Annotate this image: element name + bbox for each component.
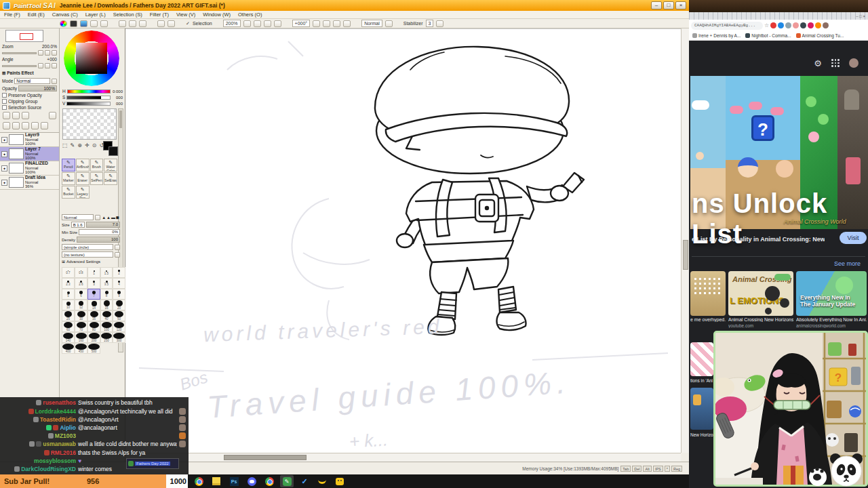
nav-angle-slider[interactable] — [2, 65, 37, 67]
rect-select-icon[interactable]: ⬚ — [62, 142, 68, 148]
zoom-in-button[interactable] — [254, 20, 261, 27]
brush-mode-menu[interactable] — [95, 215, 100, 220]
tool-button[interactable]: ✎ Pencil — [62, 159, 75, 171]
menu-item[interactable]: View (V) — [176, 12, 195, 18]
texture-toggle-icon[interactable] — [100, 20, 108, 27]
brush-texture-menu[interactable] — [115, 252, 120, 258]
tool-button[interactable]: ✎ AirBrush — [76, 159, 90, 171]
paints-effect-header[interactable]: ⊞ Paints Effect — [0, 69, 59, 77]
flip-button[interactable] — [333, 20, 340, 27]
brush-size-cell[interactable]: 160 — [75, 332, 87, 343]
bookmark-star-icon[interactable]: ☆ — [764, 22, 769, 28]
brush-size-cell[interactable]: 6 — [75, 289, 87, 300]
zoom-tool-icon[interactable]: ⊙ — [92, 142, 97, 148]
profile-avatar[interactable] — [823, 22, 829, 28]
paint-mode-select[interactable]: Normal — [361, 20, 382, 27]
layer-visibility-toggle[interactable]: ✦ — [1, 137, 7, 143]
brush-edge-shapes[interactable]: ▲▲▬◼ — [102, 215, 120, 220]
hue-slider[interactable] — [67, 89, 111, 94]
stabilizer-menu-button[interactable] — [436, 20, 443, 27]
brush-size-cell[interactable]: 300 — [113, 332, 125, 343]
brush-size-cell[interactable]: 0.7 — [62, 267, 75, 278]
brush-size-cell[interactable]: 2 — [113, 267, 125, 278]
menu-item[interactable]: Edit (E) — [28, 12, 45, 18]
status-chip[interactable]: * — [665, 466, 670, 472]
option-checkbox[interactable] — [2, 105, 7, 110]
layer-visibility-toggle[interactable]: ✦ — [1, 165, 7, 171]
drawing-canvas[interactable]: world traveler's red Bos Travel guide 10… — [125, 28, 681, 453]
clear-layer-icon[interactable] — [31, 122, 39, 129]
tool-button[interactable]: ✎ Brush — [90, 159, 104, 171]
paint-mode-menu-button[interactable] — [385, 20, 393, 27]
menu-item[interactable]: Others (O) — [238, 12, 262, 18]
result-caption[interactable]: e List By Personality in Animal Crossing… — [692, 236, 825, 243]
nav-zoom-in[interactable] — [45, 50, 50, 56]
brush-size-cell[interactable]: 120 — [113, 321, 125, 332]
angle-reset-button[interactable] — [343, 20, 351, 27]
vscroll-thumb[interactable] — [683, 240, 688, 270]
brush-size-cell[interactable]: 140 — [62, 332, 75, 343]
brush-size-cell[interactable]: 0.8 — [75, 267, 87, 278]
size-slider[interactable]: 7.0 — [86, 222, 120, 228]
tool-button[interactable]: ✎ SelEras — [104, 172, 117, 185]
brush-size-cell[interactable]: 3.5 — [100, 278, 113, 289]
brush-shape-select[interactable]: (simple circle) — [62, 244, 113, 250]
brush-size-cell[interactable]: 20 — [113, 300, 125, 310]
nav-rotate-cw[interactable] — [45, 63, 50, 68]
status-chip[interactable]: Del — [632, 466, 642, 472]
brush-size-cell[interactable]: 35 — [87, 310, 100, 321]
brush-size-cell[interactable]: 40 — [100, 310, 113, 321]
brush-size-cell[interactable]: 3 — [87, 278, 100, 289]
status-chip[interactable]: IPS — [653, 466, 663, 472]
layer-row[interactable]: ✦ Draft Idea Normal 36% — [0, 176, 59, 190]
menu-item[interactable]: Canvas (C) — [52, 12, 78, 18]
zoom-fit-button[interactable] — [264, 20, 271, 27]
saturation-value-box[interactable] — [76, 43, 107, 74]
browser-window-controls[interactable]: – □ × — [856, 14, 865, 18]
layer-visibility-toggle[interactable]: ✦ — [1, 180, 7, 186]
maximize-button[interactable]: □ — [663, 1, 674, 9]
selection-checkbox[interactable]: ✓ — [186, 21, 190, 26]
scatter-toggle-icon[interactable] — [90, 20, 98, 27]
visit-button[interactable]: Visit — [840, 232, 867, 244]
taskbar-chat-app-icon[interactable] — [333, 475, 347, 487]
settings-gear-icon[interactable]: ⚙ — [814, 58, 822, 68]
undo-icon[interactable] — [157, 20, 165, 27]
merge-layer-icon[interactable] — [22, 122, 29, 129]
nav-rotate-ccw[interactable] — [38, 63, 43, 68]
brush-size-cell[interactable]: 200 — [87, 332, 100, 343]
google-apps-grid-icon[interactable] — [831, 59, 840, 67]
minimize-button[interactable]: – — [651, 1, 662, 9]
navigator-preview[interactable] — [5, 30, 43, 42]
open-icon[interactable] — [129, 20, 136, 27]
taskbar-swoosh-app-icon[interactable] — [315, 475, 329, 487]
brush-size-cell[interactable]: 500 — [87, 343, 100, 354]
delete-layer-icon[interactable] — [41, 122, 48, 129]
status-chip[interactable]: Alt — [643, 466, 651, 472]
taskbar-discord-icon[interactable] — [245, 475, 258, 487]
zoom-out-button[interactable] — [243, 20, 251, 27]
layer-row[interactable]: ✦ Layer 7 Normal 100% — [0, 147, 59, 161]
brush-size-cell[interactable]: 7 — [87, 289, 100, 300]
bookmark-item[interactable]: Irene + Dennis by A... — [692, 33, 741, 38]
account-avatar[interactable] — [849, 58, 859, 68]
layer-visibility-toggle[interactable]: ✦ — [1, 151, 7, 157]
new-folder-icon[interactable] — [22, 112, 29, 119]
panel-toggle-icon[interactable] — [70, 20, 77, 27]
brush-size-cell[interactable]: 450 — [75, 343, 87, 354]
tool-button[interactable]: ✎ Water Color — [104, 159, 117, 171]
minsize-slider[interactable]: 0% — [79, 229, 120, 235]
brush-size-cell[interactable]: 400 — [62, 343, 75, 354]
related-thumb-2[interactable]: Animal Crossing L EMOTIONS Animal Crossi… — [728, 271, 793, 328]
brush-texture-select[interactable]: (no texture) — [62, 251, 113, 258]
advanced-settings-header[interactable]: ⊞Advanced Settings — [62, 258, 120, 264]
canvas-horizontal-scrollbar[interactable] — [125, 453, 681, 462]
bookmark-item[interactable]: Nightbot - Comma... — [745, 33, 791, 38]
copy-layer-icon[interactable] — [3, 122, 10, 129]
menu-item[interactable]: Window (W) — [203, 12, 231, 18]
magic-wand-icon[interactable]: ⊕ — [77, 142, 82, 148]
brush-size-cell[interactable]: 10 — [62, 300, 75, 310]
taskbar-photoshop-icon[interactable]: Ps — [227, 475, 241, 487]
lasso-icon[interactable]: ✎ — [71, 142, 75, 148]
extension-icon-magenta[interactable] — [808, 22, 814, 28]
